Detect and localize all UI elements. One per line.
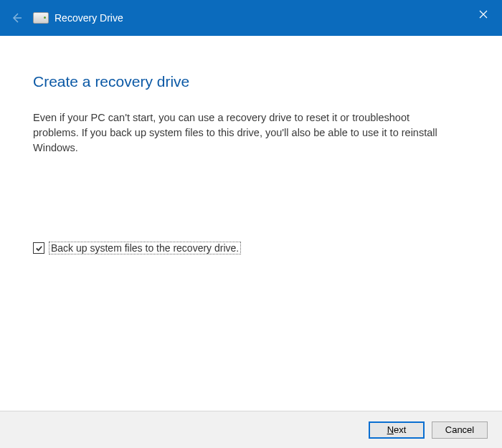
backup-checkbox[interactable] (33, 242, 44, 254)
backup-checkbox-label[interactable]: Back up system files to the recovery dri… (49, 242, 241, 254)
next-button[interactable]: Next (369, 421, 425, 439)
page-description: Even if your PC can't start, you can use… (33, 110, 449, 156)
content-area: Create a recovery drive Even if your PC … (0, 36, 502, 411)
recovery-drive-wizard: Recovery Drive Create a recovery drive E… (0, 0, 502, 448)
close-icon (479, 10, 488, 19)
page-heading: Create a recovery drive (33, 73, 469, 90)
drive-icon (33, 12, 49, 24)
checkmark-icon (35, 244, 43, 252)
backup-option-row: Back up system files to the recovery dri… (33, 242, 469, 254)
titlebar: Recovery Drive (0, 0, 502, 36)
back-button[interactable] (10, 11, 23, 24)
back-arrow-icon (11, 12, 22, 24)
close-button[interactable] (470, 4, 496, 24)
window-title: Recovery Drive (55, 12, 123, 24)
cancel-button[interactable]: Cancel (432, 421, 488, 439)
wizard-footer: Next Cancel (0, 411, 502, 448)
